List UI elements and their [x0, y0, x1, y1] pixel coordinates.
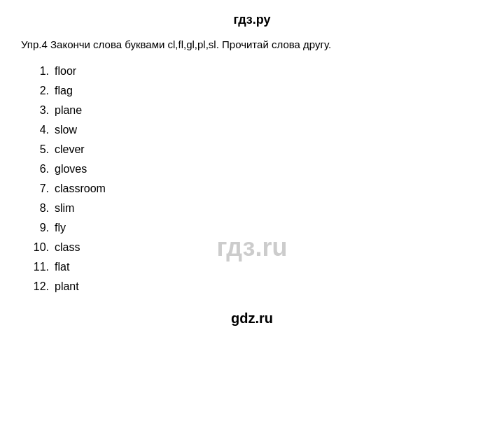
- word-list: 1.floor2.flag3.plane4.slow5.clever6.glov…: [28, 62, 483, 296]
- word-number: 10.: [28, 241, 55, 254]
- word-text: clever: [55, 143, 85, 156]
- word-number: 2.: [28, 85, 55, 97]
- word-text: class: [55, 241, 80, 254]
- word-number: 1.: [28, 65, 55, 78]
- word-text: gloves: [55, 163, 87, 176]
- list-item: 6.gloves: [28, 159, 483, 179]
- word-text: fly: [55, 222, 66, 234]
- word-number: 11.: [28, 261, 55, 273]
- word-number: 5.: [28, 143, 55, 156]
- list-item: 12.plant: [28, 277, 483, 296]
- list-item: 7.classroom: [28, 179, 483, 199]
- footer-logo: gdz.ru: [21, 310, 483, 334]
- word-text: floor: [55, 65, 76, 78]
- word-number: 12.: [28, 280, 55, 293]
- word-text: slow: [55, 124, 77, 136]
- word-text: classroom: [55, 182, 106, 195]
- word-text: slim: [55, 202, 74, 215]
- word-number: 7.: [28, 182, 55, 195]
- word-text: flat: [55, 261, 69, 273]
- word-number: 8.: [28, 202, 55, 215]
- word-number: 9.: [28, 222, 55, 234]
- list-item: 11.flat: [28, 257, 483, 277]
- header-logo: гдз.ру: [21, 13, 483, 27]
- list-item: 2.flag: [28, 81, 483, 101]
- list-item: 9.fly: [28, 218, 483, 238]
- list-item: 5.clever: [28, 140, 483, 159]
- word-number: 6.: [28, 163, 55, 176]
- list-item: 10.class: [28, 238, 483, 257]
- word-text: flag: [55, 85, 73, 97]
- word-text: plant: [55, 280, 79, 293]
- list-item: 3.plane: [28, 101, 483, 120]
- word-number: 4.: [28, 124, 55, 136]
- content-area: Упр.4 Закончи слова буквами cl,fl,gl,pl,…: [21, 37, 483, 296]
- word-text: plane: [55, 104, 82, 117]
- page-wrapper: гдз.ру Упр.4 Закончи слова буквами cl,fl…: [0, 0, 504, 348]
- list-item: 8.slim: [28, 199, 483, 218]
- word-number: 3.: [28, 104, 55, 117]
- list-item: 4.slow: [28, 120, 483, 140]
- list-item: 1.floor: [28, 62, 483, 81]
- instruction: Упр.4 Закончи слова буквами cl,fl,gl,pl,…: [21, 37, 483, 52]
